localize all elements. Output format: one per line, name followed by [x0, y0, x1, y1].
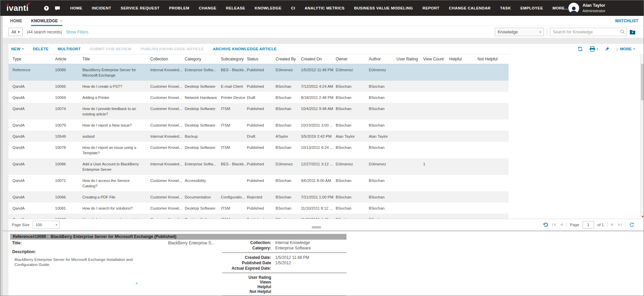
chat-icon[interactable]: [55, 6, 60, 11]
nav-item-employee[interactable]: EMPLOYEE: [520, 6, 543, 10]
column-header-author[interactable]: Author: [369, 57, 396, 61]
cell-author: BSochan: [369, 106, 396, 117]
page-number-input[interactable]: [583, 221, 594, 228]
multisort-button[interactable]: MULTISORT: [58, 47, 81, 51]
table-row[interactable]: QandA10071How do I access the Service Ca…: [8, 175, 509, 191]
nav-item-change-calendar[interactable]: CHANGE CALENDAR: [449, 6, 491, 10]
table-row[interactable]: QandA10081How do I search for solutions?…: [8, 203, 509, 214]
record-scope-dropdown[interactable]: All ▾: [8, 28, 23, 36]
column-header-type[interactable]: Type: [12, 57, 55, 61]
horizontal-scrollbar-thumb[interactable]: [312, 226, 321, 228]
column-header-not-helpful[interactable]: Not Helpful: [478, 57, 505, 61]
chevron-down-icon: ▾: [633, 47, 635, 51]
column-header-category[interactable]: Category: [185, 57, 221, 61]
column-header-title[interactable]: Title: [82, 57, 150, 61]
refresh-icon[interactable]: [577, 46, 583, 52]
table-row[interactable]: QandA10074How do I provide feedback to a…: [8, 103, 509, 119]
nav-item-analytic-metrics[interactable]: ANALYTIC METRICS: [305, 6, 344, 10]
user-info[interactable]: Alan Taylor Administrator: [583, 3, 606, 13]
stray-character: a: [136, 281, 137, 285]
quick-launch-icon[interactable]: [44, 5, 49, 11]
cell-category: Network Hardware: [185, 95, 221, 100]
column-header-helpful[interactable]: Helpful: [449, 57, 478, 61]
detail-field-label: Not Helpful: [222, 289, 271, 294]
preview-field-group: User RatingViewsHelpfulNot Helpful: [222, 275, 346, 294]
ivanti-logo[interactable]: ivanti: [6, 4, 29, 12]
cell-created-on: 7/21/2011 1:00 PM: [301, 194, 336, 200]
settings-wrench-icon[interactable]: [643, 5, 644, 11]
preview-fields: Collection:Internal KnowledgeCategory:En…: [222, 240, 346, 296]
cell-owner: BSochan: [336, 95, 369, 100]
last-page-icon[interactable]: [618, 223, 622, 226]
next-page-icon[interactable]: [611, 223, 614, 226]
nav-item-problem[interactable]: PROBLEM: [169, 6, 189, 10]
watchlist-link[interactable]: WATCHLIST: [615, 19, 644, 23]
column-header-created-on[interactable]: Created On: [301, 57, 336, 61]
scrollbar-down-arrow-icon[interactable]: ▼: [641, 215, 644, 218]
nav-item-report[interactable]: REPORT: [422, 6, 439, 10]
archive-knowledge-article-button[interactable]: ARCHIVE KNOWLEDGE ARTICLE: [213, 47, 277, 51]
nav-item-knowledge[interactable]: KNOWLEDGE: [255, 6, 282, 10]
nav-item-incident[interactable]: INCIDENT: [92, 6, 111, 10]
pin-icon[interactable]: [604, 47, 610, 52]
column-header-created-by[interactable]: Created By: [276, 57, 301, 61]
column-header-status[interactable]: Status: [247, 57, 276, 61]
nav-item-business-value-modeling[interactable]: BUSINESS VALUE MODELING: [354, 6, 413, 10]
table-row[interactable]: Reference10089BlackBerry Enterprise Serv…: [8, 64, 509, 81]
table-row[interactable]: QandA10079How do I report a New Issue?Cu…: [8, 119, 509, 131]
nav-item-ci[interactable]: CI: [291, 6, 295, 10]
nav-item-release[interactable]: RELEASE: [226, 6, 245, 10]
table-row[interactable]: QandA10078How do I report an Issue using…: [8, 142, 509, 158]
page-size-select[interactable]: 100 ▾: [33, 221, 60, 229]
new-button[interactable]: NEW▾: [11, 47, 24, 51]
cell-user-rating: [396, 161, 423, 172]
search-scope-select[interactable]: Knowledge ▾: [495, 28, 544, 36]
vertical-scrollbar[interactable]: ▼: [640, 54, 644, 219]
column-header-view-count[interactable]: View Count: [423, 57, 449, 61]
table-row[interactable]: QandA10549asdasdInternal Knowled...Backu…: [8, 131, 509, 142]
detail-field-label: User Rating: [222, 275, 271, 280]
cell-subcategory: ITSM: [221, 206, 247, 211]
more-button[interactable]: ↓ MORE ▾: [616, 46, 635, 52]
column-header-article[interactable]: Article: [55, 57, 82, 61]
nav-item-change[interactable]: CHANGE: [199, 6, 216, 10]
column-header-collection[interactable]: Collection: [150, 57, 185, 61]
chevron-down-icon: ▾: [18, 30, 20, 34]
search-icon[interactable]: [620, 29, 625, 34]
tab-knowledge[interactable]: KNOWLEDGE ×: [31, 16, 62, 26]
table-row[interactable]: QandA10065How do I create a PST?Customer…: [8, 81, 509, 92]
table-row[interactable]: QandA10086Add a User Account to BlackBer…: [8, 158, 509, 175]
tab-home[interactable]: HOME: [10, 16, 22, 26]
search-input[interactable]: [550, 28, 627, 36]
undo-icon[interactable]: [543, 222, 548, 227]
cell-collection: Internal Knowled...: [150, 134, 185, 139]
delete-button[interactable]: DELETE: [33, 47, 49, 51]
table-row[interactable]: QandA10082How do I view approval request…: [8, 214, 509, 219]
cell-status: Draft: [247, 134, 276, 139]
column-header-user-rating[interactable]: User Rating: [396, 57, 423, 61]
nav-item-service-request[interactable]: SERVICE REQUEST: [121, 6, 159, 10]
table-row[interactable]: QandA10066Creating a PDF FileCustomer Kn…: [8, 191, 509, 203]
nav-item-task[interactable]: TASK: [500, 6, 511, 10]
nav-item-home[interactable]: HOME: [70, 6, 82, 10]
cell-not-helpful: [478, 178, 505, 189]
table-row[interactable]: QandA10069Adding a PrinterCustomer Knowl…: [8, 92, 509, 103]
first-page-icon[interactable]: [552, 223, 556, 226]
show-filters-link[interactable]: Show Filters: [66, 30, 88, 34]
separator-band: [3, 38, 644, 44]
preview-field-row: Helpful: [222, 285, 346, 289]
vertical-scrollbar-thumb[interactable]: [641, 64, 644, 100]
close-icon[interactable]: ×: [60, 18, 62, 23]
previous-page-icon[interactable]: [560, 223, 563, 226]
column-header-subcategory[interactable]: Subcategory: [221, 57, 247, 61]
nav-item-more[interactable]: MORE...: [552, 6, 568, 10]
cell-article: 10074: [55, 106, 82, 117]
cell-category: Desktop Software: [185, 106, 221, 117]
reload-list-icon[interactable]: [629, 222, 634, 227]
avatar[interactable]: [568, 3, 579, 14]
saved-search-folder-icon[interactable]: [629, 29, 636, 34]
ivanti-logo-text: ivanti: [6, 3, 29, 12]
column-header-owner[interactable]: Owner: [336, 57, 369, 61]
print-icon[interactable]: ▾: [589, 46, 598, 52]
divider: [566, 222, 567, 227]
